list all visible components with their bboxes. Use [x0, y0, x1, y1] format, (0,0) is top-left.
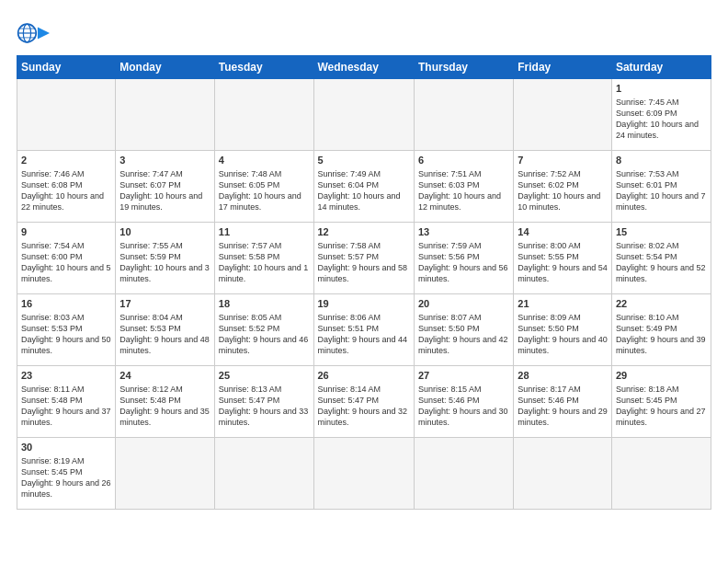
week-row-1: 1Sunrise: 7:45 AM Sunset: 6:09 PM Daylig… — [17, 79, 711, 151]
day-info: Sunrise: 7:51 AM Sunset: 6:03 PM Dayligh… — [418, 168, 509, 213]
calendar-cell: 16Sunrise: 8:03 AM Sunset: 5:53 PM Dayli… — [17, 294, 116, 366]
day-number: 15 — [616, 225, 707, 239]
day-info: Sunrise: 8:12 AM Sunset: 5:48 PM Dayligh… — [119, 384, 210, 429]
day-info: Sunrise: 8:06 AM Sunset: 5:51 PM Dayligh… — [318, 312, 410, 357]
weekday-header-saturday: Saturday — [611, 56, 711, 79]
day-number: 28 — [518, 369, 608, 383]
day-number: 3 — [119, 154, 210, 167]
calendar-cell — [214, 438, 313, 510]
day-number: 29 — [616, 369, 707, 383]
day-info: Sunrise: 8:03 AM Sunset: 5:53 PM Dayligh… — [21, 312, 111, 357]
weekday-header-tuesday: Tuesday — [214, 56, 313, 79]
weekday-header-sunday: Sunday — [17, 56, 116, 79]
week-row-2: 2Sunrise: 7:46 AM Sunset: 6:08 PM Daylig… — [17, 151, 711, 223]
calendar-cell: 26Sunrise: 8:14 AM Sunset: 5:47 PM Dayli… — [313, 366, 414, 438]
week-row-6: 30Sunrise: 8:19 AM Sunset: 5:45 PM Dayli… — [17, 438, 711, 510]
weekday-header-monday: Monday — [116, 56, 214, 79]
page: SundayMondayTuesdayWednesdayThursdayFrid… — [0, 0, 728, 519]
calendar-cell — [414, 79, 513, 151]
day-number: 24 — [119, 369, 210, 383]
calendar-cell — [214, 79, 313, 151]
calendar-cell: 8Sunrise: 7:53 AM Sunset: 6:01 PM Daylig… — [611, 151, 711, 223]
calendar-cell — [17, 79, 116, 151]
calendar-cell: 20Sunrise: 8:07 AM Sunset: 5:50 PM Dayli… — [414, 294, 513, 366]
calendar-cell: 14Sunrise: 8:00 AM Sunset: 5:55 PM Dayli… — [514, 223, 612, 294]
calendar-cell: 30Sunrise: 8:19 AM Sunset: 5:45 PM Dayli… — [17, 438, 116, 510]
calendar-header-row: SundayMondayTuesdayWednesdayThursdayFrid… — [17, 56, 711, 79]
day-number: 6 — [418, 154, 509, 167]
calendar-cell — [514, 79, 612, 151]
calendar-cell: 3Sunrise: 7:47 AM Sunset: 6:07 PM Daylig… — [116, 151, 214, 223]
generalblue-logo-icon — [17, 17, 50, 50]
day-number: 13 — [418, 225, 509, 239]
day-info: Sunrise: 8:13 AM Sunset: 5:47 PM Dayligh… — [219, 384, 310, 429]
day-info: Sunrise: 8:10 AM Sunset: 5:49 PM Dayligh… — [616, 312, 707, 357]
calendar-cell: 6Sunrise: 7:51 AM Sunset: 6:03 PM Daylig… — [414, 151, 513, 223]
day-info: Sunrise: 7:46 AM Sunset: 6:08 PM Dayligh… — [21, 168, 111, 213]
calendar-cell: 2Sunrise: 7:46 AM Sunset: 6:08 PM Daylig… — [17, 151, 116, 223]
day-number: 30 — [21, 441, 111, 454]
calendar-cell: 9Sunrise: 7:54 AM Sunset: 6:00 PM Daylig… — [17, 223, 116, 294]
day-info: Sunrise: 7:47 AM Sunset: 6:07 PM Dayligh… — [119, 168, 210, 213]
day-number: 17 — [119, 297, 210, 311]
day-number: 25 — [219, 369, 310, 383]
calendar-cell: 1Sunrise: 7:45 AM Sunset: 6:09 PM Daylig… — [611, 79, 711, 151]
day-number: 12 — [318, 225, 410, 239]
day-info: Sunrise: 7:52 AM Sunset: 6:02 PM Dayligh… — [518, 168, 608, 213]
day-number: 14 — [518, 225, 608, 239]
day-info: Sunrise: 8:15 AM Sunset: 5:46 PM Dayligh… — [418, 384, 509, 429]
calendar-cell: 24Sunrise: 8:12 AM Sunset: 5:48 PM Dayli… — [116, 366, 214, 438]
svg-marker-5 — [38, 27, 50, 39]
day-number: 4 — [219, 154, 310, 167]
day-info: Sunrise: 7:58 AM Sunset: 5:57 PM Dayligh… — [318, 240, 410, 285]
day-number: 19 — [318, 297, 410, 311]
weekday-header-wednesday: Wednesday — [313, 56, 414, 79]
calendar-table: SundayMondayTuesdayWednesdayThursdayFrid… — [17, 55, 711, 510]
calendar-cell: 22Sunrise: 8:10 AM Sunset: 5:49 PM Dayli… — [611, 294, 711, 366]
day-info: Sunrise: 7:59 AM Sunset: 5:56 PM Dayligh… — [418, 240, 509, 285]
day-number: 7 — [518, 154, 608, 167]
calendar-cell: 10Sunrise: 7:55 AM Sunset: 5:59 PM Dayli… — [116, 223, 214, 294]
day-info: Sunrise: 8:11 AM Sunset: 5:48 PM Dayligh… — [21, 384, 111, 429]
header — [17, 17, 711, 50]
calendar-cell: 19Sunrise: 8:06 AM Sunset: 5:51 PM Dayli… — [313, 294, 414, 366]
day-number: 11 — [219, 225, 310, 239]
calendar-cell — [611, 438, 711, 510]
day-info: Sunrise: 8:09 AM Sunset: 5:50 PM Dayligh… — [518, 312, 608, 357]
day-info: Sunrise: 8:05 AM Sunset: 5:52 PM Dayligh… — [219, 312, 310, 357]
day-info: Sunrise: 7:57 AM Sunset: 5:58 PM Dayligh… — [219, 240, 310, 285]
day-info: Sunrise: 8:04 AM Sunset: 5:53 PM Dayligh… — [119, 312, 210, 357]
day-number: 9 — [21, 225, 111, 239]
day-info: Sunrise: 7:45 AM Sunset: 6:09 PM Dayligh… — [616, 97, 707, 142]
day-number: 27 — [418, 369, 509, 383]
day-info: Sunrise: 7:55 AM Sunset: 5:59 PM Dayligh… — [119, 240, 210, 285]
calendar-cell: 12Sunrise: 7:58 AM Sunset: 5:57 PM Dayli… — [313, 223, 414, 294]
calendar-cell: 11Sunrise: 7:57 AM Sunset: 5:58 PM Dayli… — [214, 223, 313, 294]
logo — [17, 17, 53, 50]
day-number: 23 — [21, 369, 111, 383]
day-number: 5 — [318, 154, 410, 167]
calendar-cell — [116, 438, 214, 510]
calendar-cell: 25Sunrise: 8:13 AM Sunset: 5:47 PM Dayli… — [214, 366, 313, 438]
weekday-header-friday: Friday — [514, 56, 612, 79]
week-row-4: 16Sunrise: 8:03 AM Sunset: 5:53 PM Dayli… — [17, 294, 711, 366]
calendar-cell: 7Sunrise: 7:52 AM Sunset: 6:02 PM Daylig… — [514, 151, 612, 223]
day-info: Sunrise: 8:00 AM Sunset: 5:55 PM Dayligh… — [518, 240, 608, 285]
day-info: Sunrise: 8:17 AM Sunset: 5:46 PM Dayligh… — [518, 384, 608, 429]
day-number: 8 — [616, 154, 707, 167]
weekday-header-thursday: Thursday — [414, 56, 513, 79]
day-number: 20 — [418, 297, 509, 311]
calendar-cell: 13Sunrise: 7:59 AM Sunset: 5:56 PM Dayli… — [414, 223, 513, 294]
day-info: Sunrise: 8:07 AM Sunset: 5:50 PM Dayligh… — [418, 312, 509, 357]
day-number: 21 — [518, 297, 608, 311]
day-number: 18 — [219, 297, 310, 311]
calendar-cell: 23Sunrise: 8:11 AM Sunset: 5:48 PM Dayli… — [17, 366, 116, 438]
day-number: 16 — [21, 297, 111, 311]
week-row-3: 9Sunrise: 7:54 AM Sunset: 6:00 PM Daylig… — [17, 223, 711, 294]
calendar-cell — [313, 438, 414, 510]
calendar-cell: 27Sunrise: 8:15 AM Sunset: 5:46 PM Dayli… — [414, 366, 513, 438]
calendar-cell: 28Sunrise: 8:17 AM Sunset: 5:46 PM Dayli… — [514, 366, 612, 438]
day-info: Sunrise: 7:48 AM Sunset: 6:05 PM Dayligh… — [219, 168, 310, 213]
day-number: 10 — [119, 225, 210, 239]
day-info: Sunrise: 7:53 AM Sunset: 6:01 PM Dayligh… — [616, 168, 707, 213]
